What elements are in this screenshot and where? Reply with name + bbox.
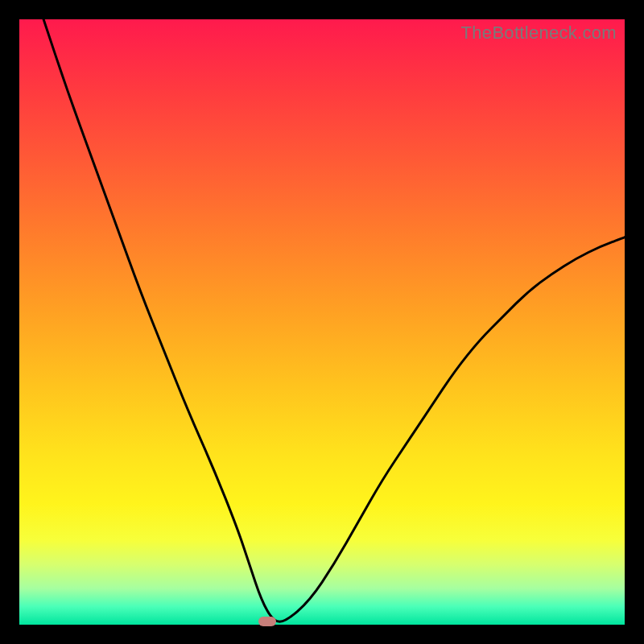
plot-area: TheBottleneck.com	[19, 19, 625, 625]
bottleneck-curve	[19, 19, 625, 625]
chart-frame: TheBottleneck.com	[0, 0, 644, 644]
optimum-marker	[258, 617, 276, 626]
